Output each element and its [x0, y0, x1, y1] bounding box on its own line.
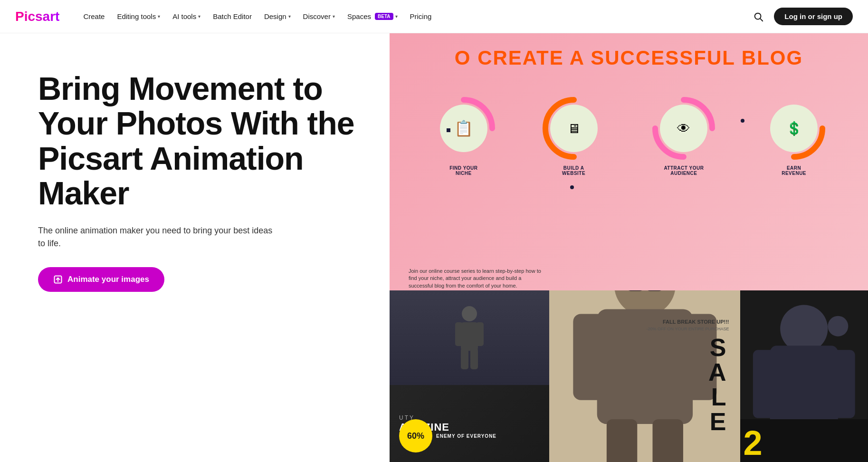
magazine-card: UTY AGAZINE 60% ENEMY OF EVERYONE — [390, 290, 549, 462]
svg-rect-23 — [753, 350, 777, 418]
bf-year-text: 2 — [743, 426, 762, 460]
blog-infographic-card: O CREATE A SUCCESSFUL BLOG 📋 — [390, 33, 868, 299]
svg-rect-9 — [470, 348, 478, 369]
flow-label-niche: FIND YOURNICHE — [449, 165, 477, 176]
main-nav: Picsart Create Editing tools ▾ AI tools … — [0, 0, 868, 33]
flow-diagram: 📋 FIND YOURNICHE — [390, 95, 868, 176]
sale-big-text: SALE — [647, 335, 729, 434]
animate-cta-button[interactable]: Animate your images — [38, 267, 164, 292]
yellow-circle: 60% — [399, 419, 432, 452]
bf-person — [740, 290, 868, 419]
bf-person-svg — [740, 290, 868, 419]
beta-badge: BETA — [375, 13, 393, 20]
mag-percent-row: 60% ENEMY OF EVERYONE — [399, 419, 496, 452]
dot-2 — [570, 185, 574, 189]
chevron-down-icon: ▾ — [333, 14, 335, 19]
flow-item-revenue: 💲 EARNREVENUE — [761, 95, 827, 176]
hero-section: Bring Movement to Your Photos With the P… — [0, 33, 868, 462]
svg-rect-7 — [476, 322, 484, 346]
nav-item-spaces[interactable]: Spaces BETA ▾ — [343, 10, 402, 23]
flow-circle-revenue: 💲 — [770, 105, 818, 152]
discount-label: -20% OFF ON YOUR ENTIRE PURCHASE — [647, 327, 729, 331]
hero-title: Bring Movement to Your Photos With the P… — [38, 71, 361, 211]
search-button[interactable] — [750, 9, 766, 25]
search-icon — [753, 11, 763, 22]
hero-left: Bring Movement to Your Photos With the P… — [0, 33, 390, 462]
svg-point-27 — [828, 316, 849, 337]
website-icon: 🖥 — [567, 121, 581, 136]
blog-card-title: O CREATE A SUCCESSFUL BLOG — [455, 47, 803, 69]
svg-rect-5 — [461, 322, 478, 351]
dot-3 — [741, 119, 744, 123]
logo-text: Picsart — [15, 9, 59, 24]
svg-rect-22 — [770, 346, 838, 419]
dot-1 — [447, 128, 450, 132]
flow-item-audience: 👁 ATTRACT YOURAUDIENCE — [650, 95, 717, 176]
bottom-cards-row: UTY AGAZINE 60% ENEMY OF EVERYONE — [390, 290, 868, 462]
nav-link-create[interactable]: Create — [78, 10, 109, 23]
chevron-down-icon: ▾ — [288, 14, 291, 19]
login-button[interactable]: Log in or sign up — [774, 8, 853, 25]
hero-subtitle: The online animation maker you need to b… — [38, 224, 276, 250]
chevron-down-icon: ▾ — [395, 14, 398, 19]
fashion-card: FALL BREAK STORE UP!!! -20% OFF ON YOUR … — [549, 290, 741, 462]
nav-link-editing-tools[interactable]: Editing tools ▾ — [112, 10, 165, 23]
fall-break-label: FALL BREAK STORE UP!!! — [647, 319, 729, 325]
logo[interactable]: Picsart — [15, 9, 59, 24]
flow-label-revenue: EARNREVENUE — [782, 165, 806, 176]
nav-item-discover[interactable]: Discover ▾ — [298, 10, 340, 23]
chevron-down-icon: ▾ — [158, 14, 160, 19]
flow-item-niche: 📋 FIND YOURNICHE — [430, 95, 497, 176]
nav-item-batch-editor[interactable]: Batch Editor — [208, 10, 257, 23]
flow-circle-audience: 👁 — [660, 105, 707, 152]
nav-link-ai-tools[interactable]: AI tools ▾ — [168, 10, 205, 23]
percent-text: 60% — [407, 431, 424, 441]
flow-item-website: 🖥 BUILD AWEBSITE — [541, 95, 607, 176]
nav-link-batch-editor[interactable]: Batch Editor — [208, 10, 257, 23]
nav-item-editing-tools[interactable]: Editing tools ▾ — [112, 10, 165, 23]
person-svg — [450, 304, 488, 371]
svg-point-21 — [781, 305, 828, 353]
flow-circle-website: 🖥 — [550, 105, 598, 152]
hero-image-collage: O CREATE A SUCCESSFUL BLOG 📋 — [390, 33, 868, 462]
nav-link-design[interactable]: Design ▾ — [259, 10, 296, 23]
nav-item-ai-tools[interactable]: AI tools ▾ — [168, 10, 205, 23]
black-friday-card: BLACK FRIDAY BLACK FRIDAY — [740, 290, 868, 462]
hero-right: O CREATE A SUCCESSFUL BLOG 📋 — [390, 33, 868, 462]
nav-item-design[interactable]: Design ▾ — [259, 10, 296, 23]
enemy-label: ENEMY OF EVERYONE — [436, 433, 496, 439]
upload-icon — [53, 275, 63, 284]
nav-link-discover[interactable]: Discover ▾ — [298, 10, 340, 23]
audience-icon: 👁 — [677, 121, 690, 136]
chevron-down-icon: ▾ — [198, 14, 200, 19]
svg-rect-13 — [573, 314, 606, 400]
blog-description: Join our online course series to learn s… — [409, 268, 542, 289]
flow-label-audience: ATTRACT YOURAUDIENCE — [664, 165, 704, 176]
svg-line-1 — [760, 19, 763, 21]
nav-link-spaces[interactable]: Spaces BETA ▾ — [343, 10, 402, 23]
svg-point-4 — [462, 306, 477, 321]
nav-item-pricing[interactable]: Pricing — [405, 10, 437, 23]
sale-overlay: FALL BREAK STORE UP!!! -20% OFF ON YOUR … — [647, 319, 729, 434]
svg-rect-8 — [461, 348, 468, 369]
person-silhouette — [390, 290, 549, 385]
svg-rect-6 — [455, 322, 463, 346]
nav-link-pricing[interactable]: Pricing — [405, 10, 437, 23]
svg-rect-15 — [607, 419, 637, 462]
nav-links: Create Editing tools ▾ AI tools ▾ Batch … — [78, 10, 750, 23]
flow-label-website: BUILD AWEBSITE — [562, 165, 585, 176]
revenue-icon: 💲 — [786, 121, 802, 136]
svg-rect-24 — [831, 350, 855, 418]
niche-icon: 📋 — [454, 119, 473, 137]
nav-right: Log in or sign up — [750, 8, 853, 25]
nav-item-create[interactable]: Create — [78, 10, 109, 23]
